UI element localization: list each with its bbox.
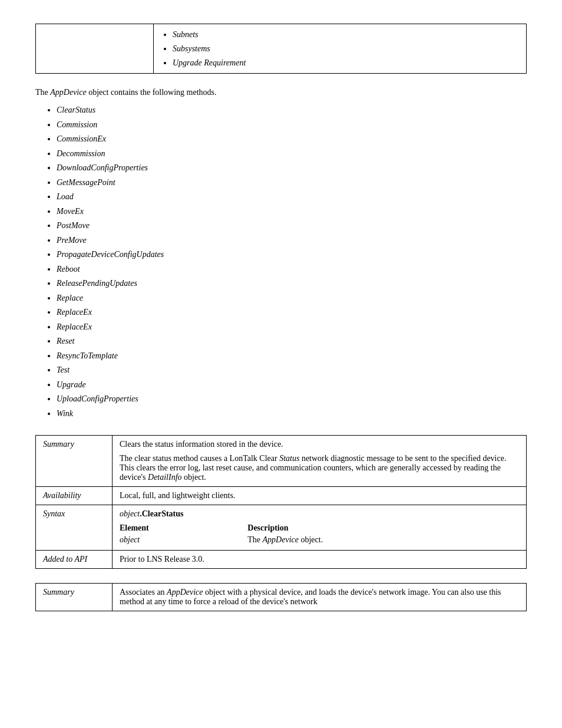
list-item: Reboot <box>57 262 527 277</box>
list-item: Subnets <box>173 28 519 42</box>
description-header: Description <box>247 522 519 534</box>
row-label-summary2: Summary <box>36 584 113 611</box>
top-table: Subnets Subsystems Upgrade Requirement <box>35 24 527 74</box>
list-item: MoveEx <box>57 205 527 219</box>
row-label-syntax: Syntax <box>36 505 113 551</box>
list-item: PropagateDeviceConfigUpdates <box>57 248 527 262</box>
list-item: Wink <box>57 407 527 421</box>
list-item: Upgrade <box>57 378 527 393</box>
row-label-summary: Summary <box>36 436 113 487</box>
list-item: Commission <box>57 118 527 133</box>
row-label-added: Added to API <box>36 551 113 569</box>
syntax-method: .ClearStatus <box>140 509 183 518</box>
detailinfo-italic: DetailInfo <box>148 473 182 482</box>
list-item: UploadConfigProperties <box>57 392 527 407</box>
list-item: DownloadConfigProperties <box>57 161 527 176</box>
list-item: ClearStatus <box>57 103 527 118</box>
table-row: Summary Clears the status information st… <box>36 436 527 487</box>
list-item: Replace <box>57 291 527 306</box>
table-row: Element Description <box>120 522 519 534</box>
list-item: GetMessagePoint <box>57 176 527 190</box>
intro-text-after: object contains the following methods. <box>87 88 217 97</box>
appdevice-ref: AppDevice <box>263 535 299 544</box>
list-item: Upgrade Requirement <box>173 56 519 70</box>
intro-appdevice: AppDevice <box>50 88 86 97</box>
list-item: CommissionEx <box>57 132 527 147</box>
row-content-summary2: Associates an AppDevice object with a ph… <box>113 584 527 611</box>
list-item: ReplaceEx <box>57 320 527 335</box>
syntax-object: object <box>120 509 140 518</box>
commission-table: Summary Associates an AppDevice object w… <box>35 583 527 611</box>
summary2-prefix: Associates an <box>120 588 167 597</box>
top-table-left-cell <box>36 24 154 74</box>
list-item: PreMove <box>57 233 527 248</box>
top-table-list: Subnets Subsystems Upgrade Requirement <box>161 28 519 70</box>
element-description: The AppDevice object. <box>247 534 519 546</box>
summary2-italic: AppDevice <box>167 588 203 597</box>
methods-list: ClearStatus Commission CommissionEx Deco… <box>35 103 527 421</box>
list-item: Decommission <box>57 147 527 162</box>
element-header: Element <box>120 522 247 534</box>
element-object: object <box>120 534 247 546</box>
top-table-right-cell: Subnets Subsystems Upgrade Requirement <box>154 24 527 74</box>
intro-paragraph: The AppDevice object contains the follow… <box>35 88 527 97</box>
list-item: ResyncToTemplate <box>57 349 527 364</box>
summary-line2: The clear status method causes a LonTalk… <box>120 454 519 482</box>
list-item: Subsystems <box>173 42 519 56</box>
syntax-line: object.ClearStatus <box>120 509 519 519</box>
row-content-summary: Clears the status information stored in … <box>113 436 527 487</box>
list-item: PostMove <box>57 219 527 233</box>
table-row: Availability Local, full, and lightweigh… <box>36 487 527 505</box>
list-item: ReplaceEx <box>57 305 527 320</box>
table-row: Added to API Prior to LNS Release 3.0. <box>36 551 527 569</box>
row-content-availability: Local, full, and lightweight clients. <box>113 487 527 505</box>
clearstatus-table: Summary Clears the status information st… <box>35 435 527 569</box>
row-content-syntax: object.ClearStatus Element Description o… <box>113 505 527 551</box>
list-item: Reset <box>57 334 527 349</box>
syntax-sub-table: Element Description object The AppDevice… <box>120 522 519 546</box>
intro-text-before: The <box>35 88 50 97</box>
row-content-added: Prior to LNS Release 3.0. <box>113 551 527 569</box>
table-row: object The AppDevice object. <box>120 534 519 546</box>
summary-line1: Clears the status information stored in … <box>120 440 519 449</box>
list-item: ReleasePendingUpdates <box>57 276 527 291</box>
table-row: Syntax object.ClearStatus Element Descri… <box>36 505 527 551</box>
status-italic: Status <box>279 454 299 463</box>
row-label-availability: Availability <box>36 487 113 505</box>
list-item: Load <box>57 190 527 205</box>
table-row: Summary Associates an AppDevice object w… <box>36 584 527 611</box>
list-item: Test <box>57 363 527 378</box>
